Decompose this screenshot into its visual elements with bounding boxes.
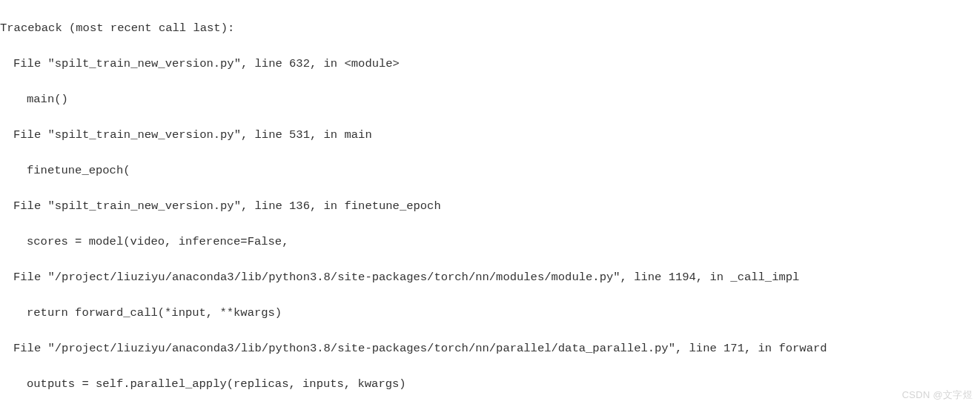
frame-loc: File "spilt_train_new_version.py", line … bbox=[0, 197, 980, 215]
frame-code: return forward_call(*input, **kwargs) bbox=[0, 304, 980, 322]
frame-loc: File "/project/liuziyu/anaconda3/lib/pyt… bbox=[0, 268, 980, 286]
frame-code: outputs = self.parallel_apply(replicas, … bbox=[0, 375, 980, 393]
frame-loc: File "spilt_train_new_version.py", line … bbox=[0, 55, 980, 73]
frame-code: main() bbox=[0, 90, 980, 108]
frame-code: finetune_epoch( bbox=[0, 162, 980, 179]
frame-loc: File "spilt_train_new_version.py", line … bbox=[0, 126, 980, 144]
watermark: CSDN @文字煜 bbox=[902, 388, 973, 403]
traceback-block: Traceback (most recent call last): File … bbox=[0, 0, 980, 407]
frame-loc: File "/project/liuziyu/anaconda3/lib/pyt… bbox=[0, 340, 980, 357]
frame-code: scores = model(video, inference=False, bbox=[0, 233, 980, 251]
traceback-header: Traceback (most recent call last): bbox=[0, 19, 980, 37]
